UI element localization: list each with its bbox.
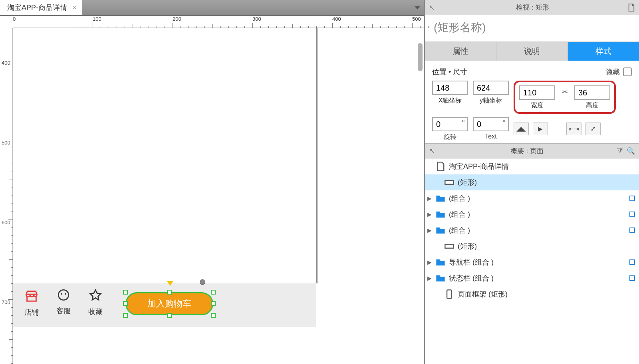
expand-caret[interactable]: ▶ — [427, 259, 434, 265]
checkbox-box[interactable] — [623, 67, 632, 76]
flip-vertical-button[interactable]: ▶ — [533, 123, 548, 135]
outline-row[interactable]: ▶状态栏 (组合 ) — [425, 270, 639, 286]
selection-handle-se[interactable] — [211, 313, 216, 318]
add-to-cart-button[interactable]: 加入购物车 — [125, 292, 213, 315]
expand-caret[interactable]: ▶ — [427, 195, 434, 202]
inspector-tabs: 属性 说明 样式 — [425, 42, 639, 61]
y-label: y轴坐标 — [480, 97, 502, 105]
outline-label: 页面框架 (矩形) — [458, 289, 635, 299]
inspector-header: ↖ 检视 : 矩形 — [425, 0, 639, 15]
section-title-position-size: 位置 • 尺寸 — [432, 67, 467, 77]
outline-row[interactable]: ▶导航栏 (组合 ) — [425, 254, 639, 270]
master-indicator — [629, 259, 635, 265]
outline-row[interactable]: (矩形) — [425, 238, 639, 254]
artboard-right-edge — [316, 28, 318, 283]
page-icon — [435, 161, 446, 172]
selection-handle-e[interactable] — [211, 301, 216, 306]
mock-bottom-bar: 店铺 客服 收藏 加入购物车 — [13, 283, 316, 327]
outline-label: (矩形) — [458, 241, 635, 251]
notes-icon[interactable] — [628, 3, 635, 12]
selection-handle-s[interactable] — [167, 313, 172, 318]
mock-store-label: 店铺 — [17, 308, 46, 317]
text-rotation-input[interactable] — [473, 117, 509, 131]
outline-row[interactable]: 淘宝APP-商品详情 — [425, 158, 639, 174]
svg-rect-4 — [445, 244, 453, 248]
document-tab-title: 淘宝APP-商品详情 — [7, 3, 67, 12]
flip-horizontal-button[interactable]: ◢◣ — [514, 123, 529, 135]
style-position-size-section: 位置 • 尺寸 隐藏 X轴坐标 y轴坐标 宽度 ⫘ — [425, 61, 639, 143]
outline-title: 概要 : 页面 — [437, 146, 617, 156]
height-label: 高度 — [586, 101, 599, 110]
tab-notes[interactable]: 说明 — [496, 42, 568, 61]
mock-store-button[interactable]: 店铺 — [17, 288, 46, 317]
outline-tree[interactable]: 淘宝APP-商品详情(矩形)▶(组合 )▶(组合 )▶(组合 )(矩形)▶导航栏… — [425, 158, 639, 364]
service-icon — [57, 295, 70, 303]
master-indicator — [629, 275, 635, 281]
outline-label: (矩形) — [458, 178, 635, 187]
design-canvas[interactable]: 店铺 客服 收藏 加入购物车 — [13, 28, 424, 364]
width-label: 宽度 — [531, 101, 544, 110]
hidden-label: 隐藏 — [605, 67, 620, 77]
rotation-input[interactable] — [432, 117, 468, 131]
folder-icon — [435, 257, 446, 267]
outline-header: ↖ 概要 : 页面 ⧩ 🔍 — [425, 143, 639, 158]
phone-icon — [444, 289, 454, 299]
svg-point-0 — [58, 290, 69, 300]
canvas-scrollbar-thumb[interactable] — [418, 43, 423, 71]
expand-caret[interactable]: ▶ — [427, 211, 434, 218]
shape-name-placeholder[interactable]: (矩形名称) — [434, 21, 486, 34]
star-icon — [88, 296, 103, 304]
selection-handle-nw[interactable] — [123, 290, 128, 295]
filter-icon[interactable]: ⧩ — [617, 147, 623, 155]
outline-row[interactable]: ▶(组合 ) — [425, 206, 639, 222]
selection-rotation-indicator[interactable] — [167, 281, 173, 286]
outline-row[interactable]: ▶(组合 ) — [425, 190, 639, 206]
folder-icon — [435, 209, 446, 220]
width-input[interactable] — [519, 85, 555, 100]
hidden-checkbox[interactable]: 隐藏 — [605, 67, 632, 77]
master-indicator — [629, 196, 635, 201]
outline-row[interactable]: ▶(组合 ) — [425, 222, 639, 238]
fit-height-button[interactable]: ⤢ — [585, 123, 601, 135]
master-indicator — [629, 228, 635, 233]
undock-outline-icon[interactable]: ↖ — [429, 146, 435, 155]
folder-icon — [435, 273, 446, 283]
outline-row[interactable]: (矩形) — [425, 174, 639, 190]
x-label: X轴坐标 — [439, 97, 462, 105]
outline-label: (组合 ) — [449, 210, 629, 219]
ruler-v-ticks — [8, 28, 13, 364]
height-input[interactable] — [574, 85, 610, 100]
ruler-h-ticks — [13, 23, 424, 28]
tab-properties[interactable]: 属性 — [425, 42, 496, 61]
selection-handle-ne[interactable] — [211, 290, 216, 295]
selection-handle-sw[interactable] — [123, 313, 128, 318]
outline-label: (组合 ) — [449, 226, 629, 235]
selection-anchor-dot[interactable] — [200, 279, 205, 285]
outline-row[interactable]: 页面框架 (矩形) — [425, 286, 639, 302]
expand-caret[interactable]: ▶ — [427, 275, 434, 281]
fit-width-button[interactable]: ⇤⇥ — [566, 123, 581, 135]
selection-handle-n[interactable] — [167, 290, 172, 295]
mock-fav-button[interactable]: 收藏 — [81, 288, 110, 317]
folder-icon — [435, 225, 446, 235]
outline-label: 导航栏 (组合 ) — [449, 257, 629, 267]
tab-style[interactable]: 样式 — [568, 42, 639, 61]
inspector-title: 检视 : 矩形 — [437, 3, 628, 12]
svg-rect-5 — [447, 290, 452, 298]
close-icon[interactable]: × — [73, 4, 76, 11]
mock-service-button[interactable]: 客服 — [49, 288, 78, 316]
x-input[interactable] — [432, 81, 468, 95]
inspector-panel: ↖ 检视 : 矩形 (矩形名称) 属性 说明 样式 位置 • 尺寸 隐藏 X轴坐… — [424, 0, 639, 364]
svg-point-2 — [65, 293, 66, 295]
selection-handle-w[interactable] — [123, 301, 128, 306]
y-input[interactable] — [473, 81, 509, 95]
tabbar-dropdown[interactable] — [82, 0, 424, 15]
undock-icon[interactable]: ↖ — [429, 3, 435, 12]
mock-fav-label: 收藏 — [81, 307, 110, 317]
aspect-lock-icon[interactable]: ⫘ — [562, 88, 568, 95]
folder-icon — [435, 193, 446, 204]
rect-icon — [444, 241, 454, 251]
search-icon[interactable]: 🔍 — [627, 147, 635, 155]
expand-caret[interactable]: ▶ — [427, 227, 434, 233]
document-tab[interactable]: 淘宝APP-商品详情 × — [0, 0, 82, 15]
